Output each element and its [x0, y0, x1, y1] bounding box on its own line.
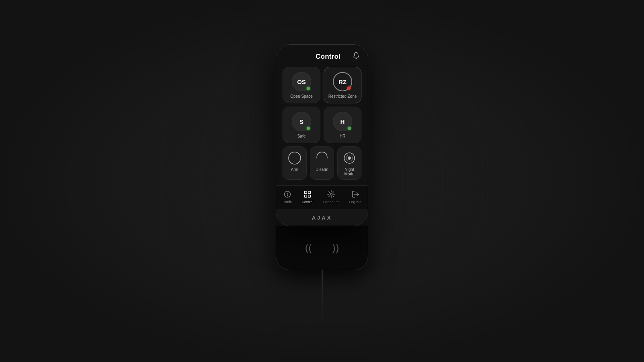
disarm-button[interactable]: Disarm [310, 146, 334, 180]
svg-point-55 [330, 193, 332, 195]
zone-name-s: Safe [297, 134, 306, 139]
ajax-logo: AJAX [312, 215, 332, 221]
charging-cable [322, 269, 323, 318]
zone-short-rz: RZ [339, 78, 347, 85]
zone-short-s: S [299, 118, 303, 125]
actions-grid: Arm Disarm [276, 146, 368, 185]
phone-device: Control OS [276, 44, 368, 318]
zone-name-rz: Restricted Zone [328, 94, 357, 99]
svg-line-39 [8, 153, 322, 181]
zone-restricted[interactable]: RZ Restricted Zone [324, 67, 361, 103]
nfc-reader: (( )) [276, 226, 368, 270]
zone-circle-s: S [292, 112, 311, 131]
background: Control OS [0, 0, 644, 362]
zone-circle-rz: RZ [333, 72, 352, 91]
nav-panic[interactable]: Panic [279, 189, 295, 205]
zone-indicator-rz [347, 86, 351, 90]
scenarios-icon [327, 190, 336, 199]
night-mode-icon [342, 151, 357, 165]
bottom-nav: Panic Control [276, 185, 368, 210]
zone-short-os: OS [297, 78, 306, 85]
nav-control-label: Control [301, 200, 313, 204]
nav-panic-label: Panic [283, 200, 292, 204]
nav-scenarios[interactable]: Scenarios [320, 189, 343, 205]
zone-indicator-h [348, 127, 351, 130]
arm-icon [287, 151, 302, 165]
arm-button[interactable]: Arm [283, 146, 307, 180]
svg-line-31 [322, 181, 636, 209]
nav-logout-label: Log out [349, 200, 361, 204]
svg-line-12 [0, 181, 322, 362]
screen-title: Control [303, 53, 353, 61]
zone-circle-h: H [333, 112, 352, 131]
zone-circle-os: OS [292, 72, 311, 91]
svg-point-46 [348, 156, 351, 160]
zone-open-space[interactable]: OS Open Space [283, 67, 320, 103]
zone-short-h: H [341, 118, 345, 125]
nfc-wave-left: (( [305, 242, 312, 254]
zone-name-os: Open Space [290, 94, 313, 99]
panic-icon [283, 190, 292, 199]
zone-indicator-s [307, 127, 310, 130]
svg-line-8 [322, 0, 644, 181]
zones-grid: OS Open Space RZ Restricted Zone [276, 67, 368, 146]
svg-rect-51 [304, 191, 307, 194]
screen-header: Control [276, 45, 368, 67]
zone-safe[interactable]: S Safe [283, 107, 320, 143]
nfc-wave-right: )) [332, 242, 339, 254]
bell-icon[interactable] [353, 52, 360, 61]
logout-icon [351, 190, 360, 199]
svg-rect-53 [304, 195, 307, 197]
control-icon [303, 190, 312, 199]
ajax-logo-area: AJAX [276, 210, 368, 226]
zone-name-h: HR [340, 134, 345, 139]
nav-control[interactable]: Control [298, 189, 316, 205]
night-mode-label: Night Mode [340, 167, 359, 176]
phone-screen: Control OS [276, 45, 368, 210]
zone-hr[interactable]: H HR [324, 107, 361, 143]
arm-label: Arm [291, 167, 298, 172]
night-mode-button[interactable]: Night Mode [337, 146, 361, 180]
disarm-icon [315, 151, 329, 165]
phone-body: Control OS [276, 44, 368, 226]
nav-logout[interactable]: Log out [346, 189, 365, 205]
disarm-label: Disarm [316, 167, 328, 172]
svg-line-10 [322, 181, 644, 362]
svg-line-14 [0, 0, 322, 181]
nav-scenarios-label: Scenarios [323, 200, 339, 204]
zone-indicator-os [307, 87, 310, 90]
svg-line-30 [322, 153, 636, 181]
svg-rect-54 [308, 195, 311, 197]
svg-line-38 [8, 181, 322, 209]
svg-point-44 [289, 152, 301, 164]
svg-rect-52 [308, 191, 311, 194]
